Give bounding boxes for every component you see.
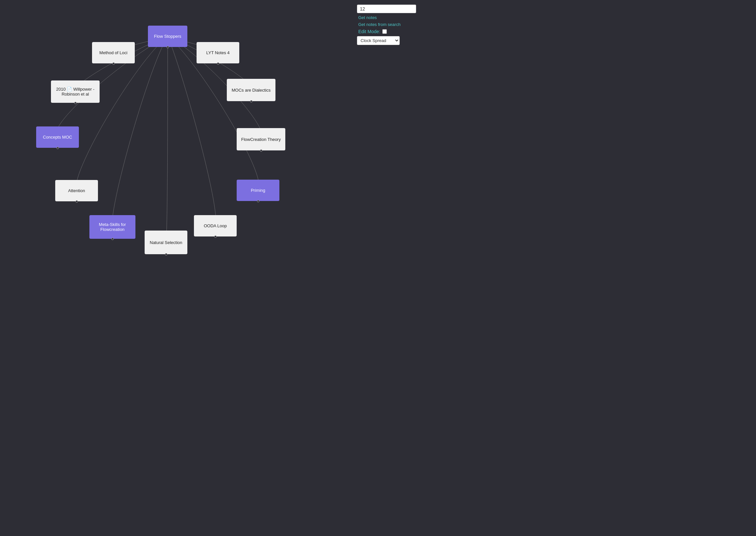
node-dot-mocs-dialectics <box>250 100 252 102</box>
node-dot-flow-stoppers <box>167 46 169 48</box>
node-dot-ooda-loop <box>214 235 217 238</box>
node-flow-stoppers[interactable]: Flow Stoppers <box>148 26 187 47</box>
node-willpower[interactable]: 2010 📄 Willpower - Robinson et al <box>51 81 100 103</box>
node-dot-flowcreation-theory <box>260 150 262 152</box>
node-meta-skills[interactable]: Meta-Skills for Flowcreation <box>90 215 135 239</box>
node-priming[interactable]: Priming <box>237 180 279 201</box>
control-panel: Get notes Get notes from search Edit Mod… <box>357 5 423 45</box>
node-concepts-moc[interactable]: Concepts MOC <box>36 126 79 148</box>
node-dot-method-of-loci <box>112 62 115 65</box>
node-lyt-notes-4[interactable]: LYT Notes 4 <box>197 42 239 63</box>
node-dot-lyt-notes-4 <box>217 62 219 65</box>
node-method-of-loci[interactable]: Method of Loci <box>92 42 135 63</box>
node-attention[interactable]: Attention <box>55 180 98 201</box>
node-dot-natural-selection <box>165 253 167 255</box>
get-notes-search-link[interactable]: Get notes from search <box>357 22 423 27</box>
node-ooda-loop[interactable]: OODA Loop <box>194 215 237 236</box>
node-dot-concepts-moc <box>56 147 59 149</box>
edit-mode-checkbox[interactable] <box>382 29 387 34</box>
edit-mode-label: Edit Mode: <box>358 29 380 34</box>
node-dot-priming <box>257 200 259 202</box>
spread-select[interactable]: Clock SpreadLinear SpreadCircle SpreadGr… <box>357 36 400 45</box>
node-dot-attention <box>76 200 78 203</box>
node-flowcreation-theory[interactable]: FlowCreation Theory <box>237 128 285 151</box>
get-notes-link[interactable]: Get notes <box>357 15 423 20</box>
node-dot-meta-skills <box>111 238 114 240</box>
node-mocs-dialectics[interactable]: MOCs are Dialectics <box>227 79 275 101</box>
node-dot-willpower <box>74 102 77 104</box>
num-input[interactable] <box>357 5 416 13</box>
node-natural-selection[interactable]: Natural Selection <box>145 231 187 254</box>
